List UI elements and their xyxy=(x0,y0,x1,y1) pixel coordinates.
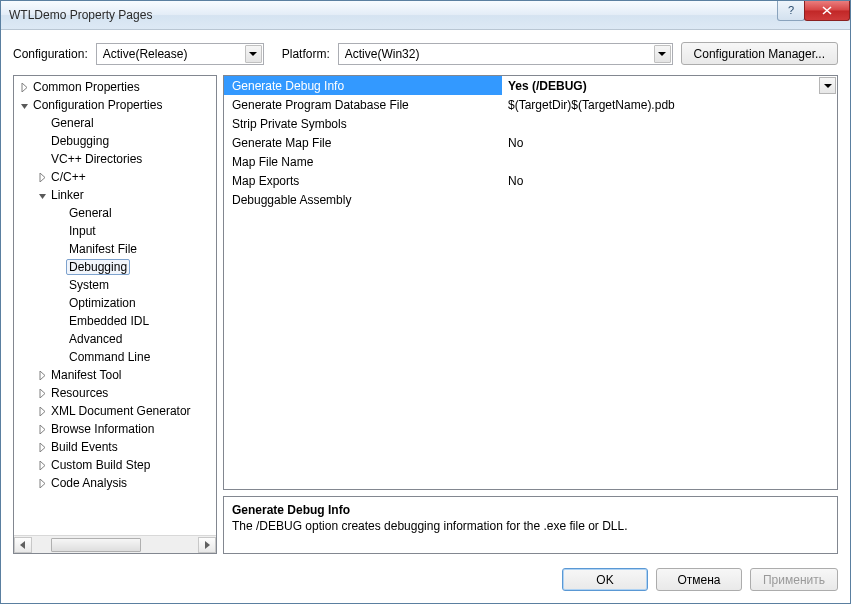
tree-item[interactable]: Manifest Tool xyxy=(14,366,216,384)
property-name: Map Exports xyxy=(224,171,502,190)
tree-item[interactable]: Browse Information xyxy=(14,420,216,438)
property-row[interactable]: Generate Debug InfoYes (/DEBUG) xyxy=(224,76,837,95)
property-value-text: $(TargetDir)$(TargetName).pdb xyxy=(508,98,675,112)
tree-item-label: Linker xyxy=(48,188,87,202)
property-value[interactable] xyxy=(502,190,837,209)
chevron-down-icon xyxy=(824,84,832,88)
tree-item-label: Debugging xyxy=(66,259,130,275)
help-button[interactable]: ? xyxy=(777,1,805,21)
tree-item[interactable]: Command Line xyxy=(14,348,216,366)
ok-button[interactable]: OK xyxy=(562,568,648,591)
tree-item-label: Build Events xyxy=(48,440,121,454)
tree-item[interactable]: General xyxy=(14,204,216,222)
tree-item[interactable]: Configuration Properties xyxy=(14,96,216,114)
tree-item[interactable]: Advanced xyxy=(14,330,216,348)
tree-expand-icon[interactable] xyxy=(36,425,48,434)
property-value[interactable] xyxy=(502,114,837,133)
tree-item-label: General xyxy=(48,116,97,130)
description-panel: Generate Debug Info The /DEBUG option cr… xyxy=(223,496,838,554)
scroll-track[interactable] xyxy=(32,537,198,553)
property-row[interactable]: Map ExportsNo xyxy=(224,171,837,190)
platform-value: Active(Win32) xyxy=(345,47,420,61)
tree-item-label: Manifest Tool xyxy=(48,368,124,382)
tree-expand-icon[interactable] xyxy=(36,461,48,470)
tree-item-label: Code Analysis xyxy=(48,476,130,490)
property-value-text: No xyxy=(508,174,523,188)
tree-item[interactable]: XML Document Generator xyxy=(14,402,216,420)
property-row[interactable]: Debuggable Assembly xyxy=(224,190,837,209)
tree-item[interactable]: Code Analysis xyxy=(14,474,216,492)
tree-item-label: C/C++ xyxy=(48,170,89,184)
platform-combo[interactable]: Active(Win32) xyxy=(338,43,673,65)
tree-item-label: General xyxy=(66,206,115,220)
apply-button[interactable]: Применить xyxy=(750,568,838,591)
property-dropdown-button[interactable] xyxy=(819,77,836,94)
tree-hscrollbar[interactable] xyxy=(14,535,216,553)
tree-item-label: Custom Build Step xyxy=(48,458,153,472)
configuration-combo[interactable]: Active(Release) xyxy=(96,43,264,65)
tree-item-label: Common Properties xyxy=(30,80,143,94)
tree-item[interactable]: General xyxy=(14,114,216,132)
property-name: Generate Map File xyxy=(224,133,502,152)
tree-item[interactable]: Debugging xyxy=(14,132,216,150)
property-value[interactable]: No xyxy=(502,133,837,152)
close-button[interactable] xyxy=(804,1,850,21)
tree-item-label: Configuration Properties xyxy=(30,98,165,112)
property-value[interactable] xyxy=(502,152,837,171)
property-value[interactable]: Yes (/DEBUG) xyxy=(502,76,837,95)
tree-item-label: Resources xyxy=(48,386,111,400)
property-row[interactable]: Map File Name xyxy=(224,152,837,171)
nav-tree[interactable]: Common PropertiesConfiguration Propertie… xyxy=(14,76,216,535)
property-name: Generate Program Database File xyxy=(224,95,502,114)
property-value[interactable]: $(TargetDir)$(TargetName).pdb xyxy=(502,95,837,114)
tree-item-label: Command Line xyxy=(66,350,153,364)
right-panel: Generate Debug InfoYes (/DEBUG)Generate … xyxy=(223,75,838,554)
tree-expand-icon[interactable] xyxy=(36,479,48,488)
tree-item[interactable]: Resources xyxy=(14,384,216,402)
tree-item[interactable]: Common Properties xyxy=(14,78,216,96)
property-name: Debuggable Assembly xyxy=(224,190,502,209)
tree-expand-icon[interactable] xyxy=(36,407,48,416)
tree-item[interactable]: Embedded IDL xyxy=(14,312,216,330)
property-value-text: Yes (/DEBUG) xyxy=(508,79,587,93)
tree-item-label: Manifest File xyxy=(66,242,140,256)
tree-item[interactable]: Custom Build Step xyxy=(14,456,216,474)
property-value[interactable]: No xyxy=(502,171,837,190)
platform-label: Platform: xyxy=(282,47,330,61)
configuration-value: Active(Release) xyxy=(103,47,188,61)
property-row[interactable]: Generate Map FileNo xyxy=(224,133,837,152)
titlebar: WTLDemo Property Pages ? xyxy=(1,1,850,30)
tree-expand-icon[interactable] xyxy=(36,371,48,380)
config-toolbar: Configuration: Active(Release) Platform:… xyxy=(1,30,850,71)
tree-item[interactable]: Debugging xyxy=(14,258,216,276)
tree-expand-icon[interactable] xyxy=(18,83,30,92)
description-title: Generate Debug Info xyxy=(232,503,829,517)
cancel-button[interactable]: Отмена xyxy=(656,568,742,591)
tree-item[interactable]: Build Events xyxy=(14,438,216,456)
tree-item[interactable]: Manifest File xyxy=(14,240,216,258)
property-row[interactable]: Generate Program Database File$(TargetDi… xyxy=(224,95,837,114)
tree-item[interactable]: Optimization xyxy=(14,294,216,312)
tree-item[interactable]: System xyxy=(14,276,216,294)
tree-item-label: XML Document Generator xyxy=(48,404,194,418)
property-row[interactable]: Strip Private Symbols xyxy=(224,114,837,133)
scroll-left-button[interactable] xyxy=(14,537,32,553)
configuration-manager-button[interactable]: Configuration Manager... xyxy=(681,42,838,65)
tree-expand-icon[interactable] xyxy=(36,389,48,398)
property-grid: Generate Debug InfoYes (/DEBUG)Generate … xyxy=(223,75,838,490)
tree-item[interactable]: Linker xyxy=(14,186,216,204)
tree-item-label: Browse Information xyxy=(48,422,157,436)
tree-item[interactable]: C/C++ xyxy=(14,168,216,186)
tree-expand-icon[interactable] xyxy=(36,443,48,452)
tree-collapse-icon[interactable] xyxy=(18,101,30,110)
tree-item[interactable]: VC++ Directories xyxy=(14,150,216,168)
content-area: Common PropertiesConfiguration Propertie… xyxy=(1,71,850,562)
tree-item-label: Input xyxy=(66,224,99,238)
scroll-thumb[interactable] xyxy=(51,538,141,552)
chevron-down-icon xyxy=(245,45,262,63)
tree-collapse-icon[interactable] xyxy=(36,191,48,200)
scroll-right-button[interactable] xyxy=(198,537,216,553)
tree-expand-icon[interactable] xyxy=(36,173,48,182)
tree-item[interactable]: Input xyxy=(14,222,216,240)
tree-item-label: Embedded IDL xyxy=(66,314,152,328)
